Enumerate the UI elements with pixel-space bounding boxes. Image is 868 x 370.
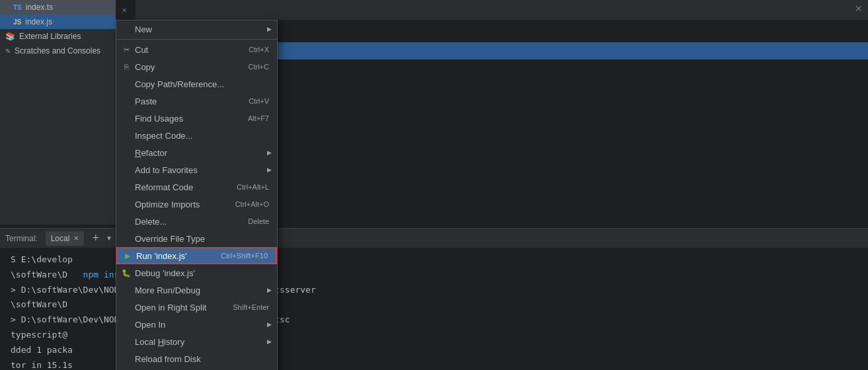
shortcut-find: Alt+F7 [248,114,269,122]
shortcut-reformat: Ctrl+Alt+L [237,183,269,191]
menu-item-compare-with[interactable]: Compare With... Ctrl+D [116,367,277,370]
menu-item-delete[interactable]: Delete... Delete [116,213,277,230]
menu-item-find-usages[interactable]: Find Usages Alt+F7 [116,110,277,127]
menu-label: Copy [135,62,155,72]
sidebar: TS index.ts JS index.js 📚 External Libra… [0,0,116,225]
menu-label: Override File Type [135,234,205,244]
menu-label: Open In [135,320,165,330]
menu-item-debug-indexjs[interactable]: 🐛 Debug 'index.js' [116,264,277,281]
menu-label: Local History [135,337,184,347]
menu-label: New [135,24,152,34]
menu-item-cut[interactable]: ✂ Cut Ctrl+X [116,41,277,58]
menu-item-new[interactable]: New [116,20,277,38]
separator [116,39,277,40]
menu-item-inspect-code[interactable]: Inspect Code... [116,127,277,144]
run-icon: ▶ [123,252,132,260]
shortcut-run: Ctrl+Shift+F10 [221,252,268,260]
copy-icon: ⎘ [122,63,131,71]
terminal-chevron-icon[interactable]: ▼ [106,235,112,242]
menu-item-override-file-type[interactable]: Override File Type [116,230,277,247]
terminal-tab-local[interactable]: Local ✕ [46,231,85,246]
menu-item-local-history[interactable]: Local History [116,333,277,350]
close-editor-icon[interactable]: ✕ [855,3,863,14]
menu-label: Paste [135,96,157,106]
sidebar-label: Scratches and Consoles [15,46,100,56]
sidebar-label: index.ts [26,3,53,12]
menu-item-add-to-favorites[interactable]: Add to Favorites [116,161,277,178]
menu-label: Inspect Code... [135,131,192,141]
sidebar-label: External Libraries [19,32,81,41]
menu-label: Open in Right Split [135,303,206,313]
menu-item-copy-path[interactable]: Copy Path/Reference... [116,75,277,92]
sidebar-item-scratches-and-consoles[interactable]: ✎ Scratches and Consoles [0,44,116,58]
ts-file-icon: TS [13,4,22,11]
menu-label: Debug 'index.js' [135,268,195,278]
sidebar-item-index-ts[interactable]: TS index.ts [0,0,116,15]
menu-label: Find Usages [135,114,183,124]
menu-item-copy[interactable]: ⎘ Copy Ctrl+C [116,58,277,75]
menu-label: Optimize Imports [135,200,200,209]
scratch-icon: ✎ [5,48,11,55]
menu-item-reformat-code[interactable]: Reformat Code Ctrl+Alt+L [116,178,277,196]
menu-label: Reformat Code [135,182,193,192]
terminal-tab-close[interactable]: ✕ [73,235,79,242]
menu-label: More Run/Debug [135,285,200,295]
menu-label: Cut [135,45,148,55]
shortcut-paste: Ctrl+V [249,97,269,105]
menu-item-run-indexjs[interactable]: ▶ Run 'index.js' Ctrl+Shift+F10 [116,247,277,264]
menu-item-paste[interactable]: Paste Ctrl+V [116,92,277,110]
shortcut-optimize: Ctrl+Alt+O [235,200,269,208]
terminal-label: Terminal: [5,234,38,243]
context-menu: New ✂ Cut Ctrl+X ⎘ Copy Ctrl+C Copy Path… [116,20,278,370]
js-file-icon: JS [13,18,21,26]
menu-label: Reload from Disk [135,354,201,364]
terminal-tab-label: Local [51,234,70,243]
menu-label: Add to Favorites [135,165,198,175]
menu-item-more-run-debug[interactable]: More Run/Debug [116,281,277,299]
menu-item-open-in[interactable]: Open In [116,316,277,333]
menu-label: Run 'index.js' [136,251,187,261]
debug-icon: 🐛 [122,269,131,278]
menu-item-optimize-imports[interactable]: Optimize Imports Ctrl+Alt+O [116,196,277,213]
shortcut-cut: Ctrl+X [249,46,269,54]
file-tabs: TS index.ts ✕ JS index.js ✕ ✕ [0,0,868,20]
shortcut-delete: Delete [248,217,269,225]
sidebar-label: index.js [25,17,52,26]
cut-icon: ✂ [122,46,131,54]
menu-item-open-right-split[interactable]: Open in Right Split Shift+Enter [116,299,277,316]
menu-label: Copy Path/Reference... [135,79,224,89]
menu-item-reload-from-disk[interactable]: Reload from Disk [116,350,277,367]
menu-label: Refactor [135,148,167,158]
sidebar-item-external-libraries[interactable]: 📚 External Libraries [0,29,116,44]
sidebar-item-index-js[interactable]: JS index.js [0,15,116,29]
shortcut-split: Shift+Enter [233,303,269,311]
shortcut-copy: Ctrl+C [249,63,269,71]
terminal-add-button[interactable]: + [92,231,99,245]
library-icon: 📚 [5,32,15,41]
menu-item-refactor[interactable]: Refactor [116,144,277,161]
menu-label: Delete... [135,217,167,227]
